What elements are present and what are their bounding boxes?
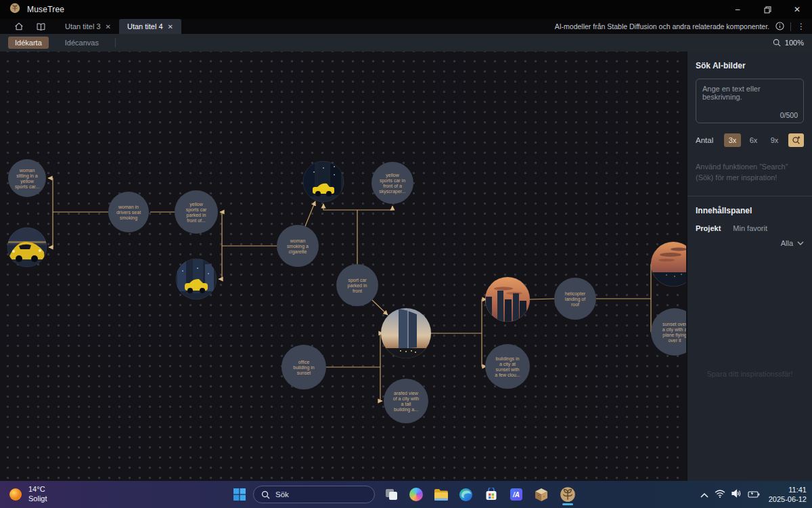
edge-line (530, 299, 554, 299)
windows-icon (233, 488, 246, 501)
clock-date: 2025-06-12 (769, 494, 807, 504)
file-explorer-button[interactable] (432, 486, 450, 504)
microsoft-store-button[interactable] (482, 486, 500, 504)
prompt-textarea[interactable] (696, 79, 803, 110)
empty-state-hint: Spara ditt inspirationssfär! (687, 370, 812, 378)
tab-utan-titel-4[interactable]: Utan titel 4 ✕ (119, 19, 181, 34)
a-app-button[interactable]: /A (507, 486, 525, 504)
edge-line (48, 178, 53, 212)
filter-value: Alla (781, 239, 793, 247)
battery-icon[interactable] (748, 488, 760, 501)
image-node-img5[interactable] (485, 277, 530, 324)
cube-app-button[interactable] (532, 486, 550, 504)
tab-ideacanvas[interactable]: Idécanvas (58, 37, 106, 49)
mindmap-canvas[interactable]: womansitting in ayellowsports car...woma… (0, 51, 686, 481)
image-node-img4[interactable] (381, 308, 431, 360)
tab-close-icon[interactable]: ✕ (168, 23, 173, 30)
idea-node-n7[interactable]: officebuilding insunset (281, 345, 326, 389)
tab-projects[interactable]: Projekt (696, 224, 721, 232)
char-counter: 0/500 (780, 111, 798, 119)
image-node-img1[interactable] (7, 228, 47, 267)
screen: MuseTree – ✕ Utan titel 3 ✕ Utan titel 4… (0, 0, 812, 508)
weather-widget[interactable]: 14°C Soligt (8, 481, 47, 508)
sun-icon (8, 487, 23, 502)
weather-temp: 14°C (28, 485, 47, 494)
count-9x-button[interactable]: 9x (766, 133, 783, 147)
count-3x-button[interactable]: 3x (724, 133, 741, 147)
a-app-icon: /A (510, 488, 523, 501)
idea-node-n6[interactable]: sport carparked infront (336, 264, 378, 306)
zoom-value: 100% (785, 39, 804, 47)
info-icon[interactable] (775, 22, 784, 32)
folder-icon (434, 488, 449, 501)
edge-icon (459, 488, 473, 502)
tab-ideamap[interactable]: Idékarta (8, 37, 49, 49)
edge-line (323, 204, 357, 210)
idea-node-n10[interactable]: helicopterlanding ofroof (554, 278, 596, 320)
musetree-taskbar-button[interactable] (557, 483, 579, 506)
idea-node-n2[interactable]: woman indrivers seatsmoking (108, 192, 149, 232)
start-button[interactable] (233, 488, 246, 501)
edge-browser-button[interactable] (457, 486, 475, 504)
svg-text:woman indrivers seatsmoking: woman indrivers seatsmoking (116, 205, 141, 221)
restore-icon (764, 6, 771, 14)
image-node-img2[interactable] (176, 259, 217, 299)
taskbar-search-placeholder: Sök (275, 490, 289, 499)
close-button[interactable]: ✕ (782, 0, 812, 19)
image-node-img3[interactable] (303, 160, 344, 202)
tab-close-icon[interactable]: ✕ (106, 23, 111, 30)
right-panel: Sök AI-bilder 0/500 Antal 3x 6x 9x Använ… (686, 51, 812, 481)
wifi-icon[interactable] (715, 488, 725, 501)
clock-time: 11:41 (769, 485, 807, 494)
home-icon[interactable] (8, 19, 30, 34)
count-6x-button[interactable]: 6x (745, 133, 762, 147)
search-hint-text: Använd funktionen ”Search” (Sök) för mer… (696, 162, 804, 184)
active-app-indicator (562, 503, 573, 505)
musetree-logo-icon (9, 3, 20, 16)
store-icon (484, 488, 498, 501)
image-node-img6[interactable] (651, 242, 686, 288)
search-plus-icon (792, 135, 801, 145)
idea-node-n11[interactable]: sunset overa city with aplane flyingover… (651, 308, 686, 356)
title-bar: MuseTree – ✕ (0, 0, 812, 19)
musetree-icon (560, 486, 576, 503)
svg-text:buildings ina city atsunset wi: buildings ina city atsunset witha few cl… (495, 356, 520, 377)
filter-dropdown[interactable]: Alla (781, 239, 804, 247)
edge-line (220, 212, 222, 246)
content-panel-title: Innehållspanel (696, 206, 804, 215)
search-panel-title: Sök AI-bilder (696, 61, 804, 70)
volume-icon[interactable] (731, 488, 742, 501)
divider (687, 196, 812, 196)
edge-line (49, 212, 53, 247)
idea-node-n9[interactable]: buildings ina city atsunset witha few cl… (485, 344, 530, 389)
taskbar-clock[interactable]: 11:41 2025-06-12 (769, 485, 807, 505)
task-view-button[interactable] (382, 486, 400, 504)
idea-node-n5[interactable]: yellowsports car infront of askyscraper.… (371, 162, 413, 204)
prompt-input-box[interactable]: 0/500 (696, 79, 804, 123)
tab-favorites[interactable]: Min favorit (733, 224, 767, 232)
generate-search-button[interactable] (788, 133, 804, 147)
chevron-down-icon (797, 241, 804, 245)
zoom-control[interactable]: 100% (773, 39, 804, 47)
idea-node-n4[interactable]: womansmoking acigarette (277, 225, 319, 267)
copilot-button[interactable] (407, 486, 425, 504)
minimize-button[interactable]: – (723, 0, 752, 19)
taskbar-search[interactable]: Sök (253, 486, 375, 503)
tab-label: Utan titel 3 (65, 22, 101, 30)
tab-utan-titel-3[interactable]: Utan titel 3 ✕ (57, 19, 119, 34)
tray-chevron-up-icon[interactable] (700, 488, 708, 501)
tab-bar: Utan titel 3 ✕ Utan titel 4 ✕ AI-modelle… (0, 19, 812, 34)
idea-node-n8[interactable]: arafed viewof a city witha tallbuilding … (384, 379, 428, 423)
weather-desc: Soligt (28, 494, 47, 504)
edge-line (357, 206, 392, 210)
search-icon (261, 490, 270, 499)
idea-node-n3[interactable]: yellowsports carparked infront of... (175, 190, 218, 234)
divider (115, 38, 116, 47)
edge-line (305, 201, 315, 226)
edge-line (372, 300, 388, 315)
copilot-icon (409, 488, 423, 501)
idea-node-n1[interactable]: womansitting in ayellowsports car... (8, 159, 46, 197)
library-book-icon[interactable] (30, 19, 51, 34)
kebab-menu-icon[interactable]: ⋮ (797, 22, 805, 31)
restore-button[interactable] (752, 0, 782, 19)
